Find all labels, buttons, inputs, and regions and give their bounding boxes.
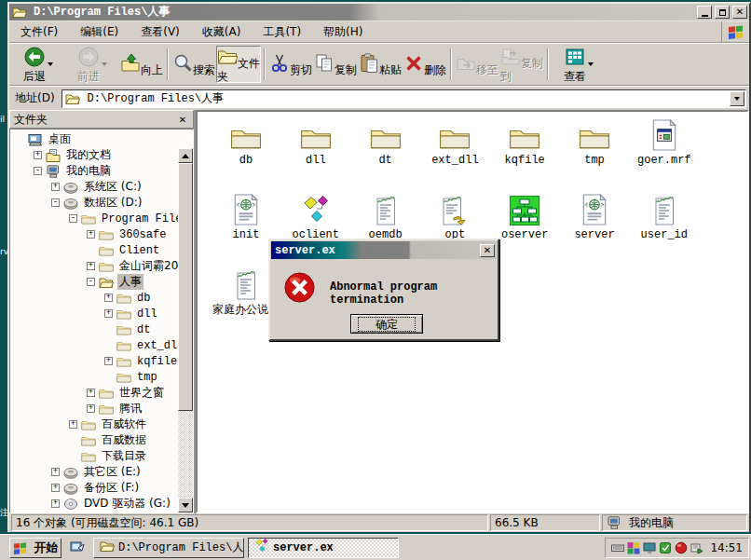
toolbar-button-up[interactable]: 向上 xyxy=(119,46,164,83)
tree-item[interactable]: +DVD 驱动器 (G:) xyxy=(10,496,193,512)
keyboard-tray-icon[interactable] xyxy=(611,541,624,554)
tree-item[interactable]: -数据区 (D:) xyxy=(10,195,193,211)
start-button[interactable]: 开始 xyxy=(9,538,61,558)
file-item[interactable]: user_id xyxy=(631,192,698,241)
green-util-tray-icon[interactable] xyxy=(659,541,672,554)
tree-item[interactable]: tmp xyxy=(10,369,193,385)
scrollbar-thumb[interactable] xyxy=(178,163,193,411)
tree-item[interactable]: +系统区 (C:) xyxy=(10,179,193,195)
dialog-titlebar[interactable]: server.ex ✕ xyxy=(271,241,497,259)
expand-icon[interactable]: + xyxy=(104,294,113,302)
tree-item[interactable]: +腾讯 xyxy=(10,401,193,417)
toolbar-button-paste[interactable]: 粘贴 xyxy=(358,46,403,83)
menu-item-帮[interactable]: 帮助(H) xyxy=(312,21,374,43)
file-item[interactable]: oemdb xyxy=(352,192,419,241)
quick-launch-icon[interactable] xyxy=(65,538,89,558)
collapse-icon[interactable]: - xyxy=(34,167,42,175)
tree-item[interactable]: +360safe xyxy=(10,226,193,242)
file-item[interactable]: tmp xyxy=(561,117,628,167)
file-item[interactable]: db xyxy=(212,117,280,167)
toolbar-button-views[interactable]: 查看 xyxy=(552,46,606,83)
expand-icon[interactable]: + xyxy=(87,404,95,413)
disk-tray-icon[interactable] xyxy=(690,541,703,554)
tree-item[interactable]: -人事 xyxy=(10,274,193,290)
file-item[interactable]: oclient xyxy=(282,192,349,241)
window-titlebar[interactable]: D:\Program Files\人事 ✕ xyxy=(9,4,749,20)
menu-item-文[interactable]: 文件(F) xyxy=(9,21,69,43)
collapse-icon[interactable]: - xyxy=(87,278,95,286)
toolbar-button-folders[interactable]: 文件夹 xyxy=(216,46,261,83)
tree-item[interactable]: +db xyxy=(10,290,193,306)
expand-icon[interactable]: + xyxy=(87,389,95,397)
tree-item[interactable]: 下载目录 xyxy=(10,448,193,464)
cut-stack: 剪切 xyxy=(269,53,312,76)
tree-item[interactable]: dt xyxy=(10,321,193,337)
tree-item[interactable]: +世界之窗 xyxy=(10,385,193,401)
expand-icon[interactable]: + xyxy=(51,499,60,508)
tree-item-label: DVD 驱动器 (G:) xyxy=(82,496,172,512)
file-item[interactable]: dll xyxy=(282,117,349,167)
file-item[interactable]: dt xyxy=(352,117,419,167)
task-button[interactable]: server.ex xyxy=(248,538,399,558)
file-item[interactable]: init xyxy=(212,192,280,241)
ok-button[interactable]: 确定 xyxy=(350,314,423,334)
expand-icon[interactable]: + xyxy=(87,262,95,270)
scroll-up-button[interactable] xyxy=(178,148,193,163)
toolbar-button-back[interactable]: 后退 xyxy=(11,46,65,83)
tree-item[interactable]: 百威数据 xyxy=(10,432,193,448)
menu-item-查[interactable]: 查看(V) xyxy=(130,21,191,43)
tree-item[interactable]: +百威软件 xyxy=(10,417,193,432)
dialog-close-button[interactable]: ✕ xyxy=(480,244,495,257)
collapse-icon[interactable]: - xyxy=(69,214,77,223)
scroll-down-button[interactable] xyxy=(178,498,193,512)
red-sphere-tray-icon[interactable] xyxy=(675,541,688,554)
task-button[interactable]: D:\Program Files\人事 xyxy=(93,538,244,558)
expand-icon[interactable]: + xyxy=(104,309,113,318)
folder-icon xyxy=(509,117,540,151)
tree-item[interactable]: +kqfile xyxy=(10,353,193,369)
menu-item-收[interactable]: 收藏(A) xyxy=(191,21,253,43)
file-item[interactable]: goer.mrf xyxy=(631,117,698,167)
tree-item[interactable]: +我的文档 xyxy=(10,147,193,163)
restore-button[interactable] xyxy=(715,6,730,19)
tree-item[interactable]: -我的电脑 xyxy=(10,163,193,179)
expand-icon[interactable]: + xyxy=(104,357,113,365)
tree-item[interactable]: +备份区 (F:) xyxy=(10,480,193,496)
menu-item-工[interactable]: 工具(T) xyxy=(252,21,312,43)
tree-item[interactable]: +dll xyxy=(10,306,193,321)
toolbar-button-search[interactable]: 搜索 xyxy=(171,46,216,83)
menu-item-编[interactable]: 编辑(E) xyxy=(69,21,130,43)
expand-icon[interactable]: + xyxy=(34,151,42,159)
file-item[interactable]: opt xyxy=(421,192,488,241)
minimize-button[interactable] xyxy=(697,6,712,19)
close-button[interactable]: ✕ xyxy=(732,6,747,19)
expand-icon[interactable]: + xyxy=(69,420,77,429)
close-panel-icon[interactable]: ✕ xyxy=(176,114,189,126)
ime-tray-icon[interactable] xyxy=(627,541,640,554)
file-item[interactable]: oserver xyxy=(491,192,558,241)
expand-icon[interactable]: + xyxy=(51,183,60,191)
file-item[interactable]: kqfile xyxy=(491,117,558,167)
views-dropdown-icon[interactable] xyxy=(588,62,594,66)
expand-icon[interactable]: + xyxy=(51,484,60,492)
address-input[interactable]: D:\Program Files\人事 xyxy=(61,89,746,108)
expand-icon[interactable]: + xyxy=(87,230,95,239)
back-dropdown-icon[interactable] xyxy=(48,62,53,66)
tree-item[interactable]: +金山词霸2007 xyxy=(10,258,193,274)
expand-icon[interactable]: + xyxy=(51,468,60,476)
toolbar-button-delete[interactable]: 删除 xyxy=(403,46,447,83)
tree-item[interactable]: ext_dll xyxy=(10,337,193,353)
tree-item[interactable]: Client xyxy=(10,242,193,258)
tree-item[interactable]: -Program Files xyxy=(10,211,193,226)
tree-item[interactable]: +其它区 (E:) xyxy=(10,464,193,480)
toolbar-button-cut[interactable]: 剪切 xyxy=(268,46,313,83)
collapse-icon[interactable]: - xyxy=(51,198,60,207)
file-item[interactable]: ext_dll xyxy=(421,117,488,167)
tree-scrollbar[interactable] xyxy=(178,148,193,512)
file-item[interactable]: server xyxy=(561,192,628,241)
toolbar-button-copy[interactable]: 复制 xyxy=(313,46,358,83)
tree-item[interactable]: 桌面 xyxy=(10,131,193,147)
monitor-tray-icon[interactable] xyxy=(643,541,656,554)
address-dropdown-button[interactable] xyxy=(730,91,744,106)
tree-item-label: 360safe xyxy=(117,228,168,241)
